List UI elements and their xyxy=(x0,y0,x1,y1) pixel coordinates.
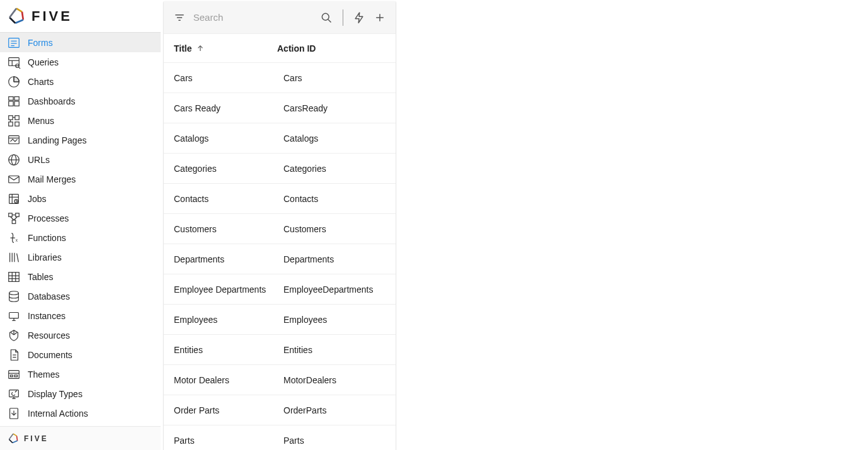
table-row[interactable]: Employee DepartmentsEmployeeDepartments xyxy=(164,274,396,305)
jobs-icon xyxy=(5,191,23,206)
search-icon[interactable] xyxy=(319,10,334,25)
sidebar-item-jobs[interactable]: Jobs xyxy=(0,189,161,208)
column-header-title[interactable]: Title xyxy=(174,43,273,53)
svg-line-55 xyxy=(14,332,17,335)
process-icon xyxy=(5,211,23,226)
cell-action-id: Catalogs xyxy=(283,133,385,143)
brand-mark-icon xyxy=(5,5,28,28)
table-header: Title Action ID xyxy=(164,34,396,63)
sidebar-item-instances[interactable]: Instances xyxy=(0,306,161,325)
svg-point-71 xyxy=(322,13,329,20)
sidebar-item-landing-pages[interactable]: Landing Pages xyxy=(0,130,161,150)
table-row[interactable]: CarsCars xyxy=(164,63,396,93)
sidebar-item-queries[interactable]: Queries xyxy=(0,52,161,72)
cell-action-id: Parts xyxy=(283,436,385,446)
table-row[interactable]: EmployeesEmployees xyxy=(164,305,396,335)
sidebar-item-internal-actions[interactable]: Internal Actions xyxy=(0,403,161,423)
brand-logo[interactable]: FIVE xyxy=(5,5,72,28)
sidebar-item-functions[interactable]: xFunctions xyxy=(0,228,161,247)
globe-icon xyxy=(5,152,23,167)
landing-icon xyxy=(5,133,23,148)
query-icon xyxy=(5,55,23,70)
svg-rect-51 xyxy=(9,312,19,318)
add-icon[interactable] xyxy=(372,10,387,25)
sidebar-item-urls[interactable]: URLs xyxy=(0,150,161,169)
svg-rect-27 xyxy=(9,194,19,203)
dashboard-icon xyxy=(5,94,23,109)
cell-title: Order Parts xyxy=(174,405,283,415)
table-row[interactable]: DepartmentsDepartments xyxy=(164,244,396,274)
table-row[interactable]: Cars ReadyCarsReady xyxy=(164,93,396,123)
sidebar-item-resources[interactable]: Resources xyxy=(0,325,161,345)
column-header-title-label: Title xyxy=(174,43,192,53)
cell-title: Catalogs xyxy=(174,133,283,143)
cell-title: Employee Departments xyxy=(174,284,283,295)
sidebar-item-display-types[interactable]: Display Types xyxy=(0,384,161,403)
document-icon xyxy=(5,347,23,363)
cell-action-id: EmployeeDepartments xyxy=(283,284,385,295)
table-row[interactable]: Order PartsOrderParts xyxy=(164,395,396,425)
brand-text: FIVE xyxy=(31,8,72,25)
sidebar-footer[interactable]: FIVE xyxy=(0,426,161,450)
sidebar-item-forms[interactable]: Forms xyxy=(0,33,161,52)
sidebar-item-label: Tables xyxy=(28,272,53,282)
sidebar-item-label: Resources xyxy=(28,330,70,340)
sidebar-item-label: Functions xyxy=(28,233,66,243)
svg-rect-61 xyxy=(14,374,18,376)
sidebar-item-label: Processes xyxy=(28,213,69,223)
sidebar-item-databases[interactable]: Databases xyxy=(0,286,161,306)
sidebar-item-label: Landing Pages xyxy=(28,135,86,145)
table-row[interactable]: CustomersCustomers xyxy=(164,214,396,244)
search-input[interactable] xyxy=(193,12,313,23)
display-icon xyxy=(5,386,23,402)
sidebar-item-libraries[interactable]: Libraries xyxy=(0,247,161,267)
sidebar-item-tables[interactable]: Tables xyxy=(0,267,161,286)
sidebar-header: FIVE xyxy=(0,0,161,33)
cell-action-id: Departments xyxy=(283,254,385,264)
svg-line-32 xyxy=(16,201,18,201)
svg-rect-22 xyxy=(9,135,20,143)
cell-action-id: Contacts xyxy=(283,194,385,204)
svg-line-8 xyxy=(18,67,20,69)
function-icon: x xyxy=(5,230,23,245)
sidebar-item-themes[interactable]: Themes xyxy=(0,364,161,384)
sidebar-item-processes[interactable]: Processes xyxy=(0,208,161,228)
sidebar-item-label: Jobs xyxy=(28,194,47,204)
sidebar-item-menus[interactable]: Menus xyxy=(0,111,161,130)
column-header-action-id[interactable]: Action ID xyxy=(277,43,385,53)
sidebar-nav: FormsQueriesChartsDashboardsMenusLanding… xyxy=(0,33,161,426)
sidebar-item-charts[interactable]: Charts xyxy=(0,72,161,91)
sidebar-item-dashboards[interactable]: Dashboards xyxy=(0,91,161,111)
svg-line-44 xyxy=(17,253,19,262)
sidebar-item-documents[interactable]: Documents xyxy=(0,345,161,364)
filter-icon[interactable] xyxy=(173,10,187,25)
cell-title: Parts xyxy=(174,436,283,446)
sidebar-item-label: Documents xyxy=(28,350,72,360)
sidebar-item-label: Instances xyxy=(28,311,66,321)
svg-rect-34 xyxy=(16,213,20,217)
svg-rect-58 xyxy=(9,370,20,378)
cell-action-id: Customers xyxy=(283,224,385,234)
svg-line-63 xyxy=(15,390,17,392)
cell-action-id: Cars xyxy=(283,73,385,83)
table-row[interactable]: CatalogsCatalogs xyxy=(164,123,396,154)
sidebar-item-label: Themes xyxy=(28,369,60,380)
table-row[interactable]: PartsParts xyxy=(164,425,396,450)
sidebar-item-label: URLs xyxy=(28,155,50,165)
table-row[interactable]: Motor DealersMotorDealers xyxy=(164,365,396,395)
bolt-icon[interactable] xyxy=(351,10,366,25)
svg-line-54 xyxy=(11,332,14,335)
table-body: CarsCarsCars ReadyCarsReadyCatalogsCatal… xyxy=(164,63,396,450)
internal-icon xyxy=(5,406,23,421)
instance-icon xyxy=(5,308,23,323)
table-row[interactable]: CategoriesCategories xyxy=(164,154,396,184)
cell-title: Cars Ready xyxy=(174,103,283,113)
form-icon xyxy=(5,35,23,50)
cell-action-id: Employees xyxy=(283,315,385,325)
table-row[interactable]: ContactsContacts xyxy=(164,184,396,214)
svg-line-38 xyxy=(14,217,18,220)
chart-icon xyxy=(5,74,23,89)
table-row[interactable]: EntitiesEntities xyxy=(164,335,396,365)
sidebar-item-label: Queries xyxy=(28,57,59,67)
sidebar-item-mail-merges[interactable]: Mail Merges xyxy=(0,169,161,189)
